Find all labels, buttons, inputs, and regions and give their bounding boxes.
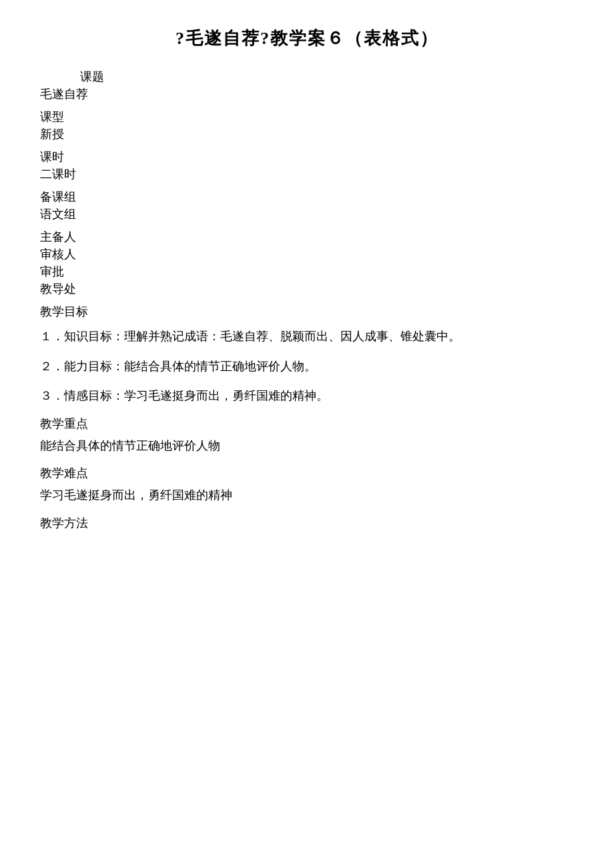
field-zhu-bei-ren-label: 主备人 bbox=[40, 229, 574, 245]
field-ke-ti-value: 毛遂自荐 bbox=[40, 86, 574, 102]
field-shen-he-ren-label: 审核人 bbox=[40, 246, 574, 262]
method-label: 教学方法 bbox=[40, 515, 574, 531]
key-points-value: 能结合具体的情节正确地评价人物 bbox=[40, 436, 574, 456]
field-bei-ke-zu-label: 备课组 bbox=[40, 189, 574, 205]
teaching-goals-label: 教学目标 bbox=[40, 304, 574, 320]
page-title: ?毛遂自荐?教学案６（表格式） bbox=[40, 27, 574, 50]
field-bei-ke-zu-value: 语文组 bbox=[40, 206, 574, 222]
field-ke-ti-label: 课题 bbox=[40, 69, 574, 85]
field-jiao-dao-chu-label: 教导处 bbox=[40, 281, 574, 297]
teaching-goal-3: ３．情感目标：学习毛遂挺身而出，勇纤国难的精神。 bbox=[40, 386, 574, 406]
field-ke-shi-value: 二课时 bbox=[40, 166, 574, 182]
teaching-goal-2: ２．能力目标：能结合具体的情节正确地评价人物。 bbox=[40, 356, 574, 377]
field-ke-shi-label: 课时 bbox=[40, 149, 574, 165]
field-ke-xing-label: 课型 bbox=[40, 109, 574, 125]
teaching-goal-1: １．知识目标：理解并熟记成语：毛遂自荐、脱颖而出、因人成事、锥处囊中。 bbox=[40, 326, 574, 347]
key-points-label: 教学重点 bbox=[40, 416, 574, 432]
field-shen-pi-label: 审批 bbox=[40, 264, 574, 280]
difficulty-label: 教学难点 bbox=[40, 465, 574, 481]
difficulty-value: 学习毛遂挺身而出，勇纤国难的精神 bbox=[40, 485, 574, 506]
field-ke-xing-value: 新授 bbox=[40, 126, 574, 142]
